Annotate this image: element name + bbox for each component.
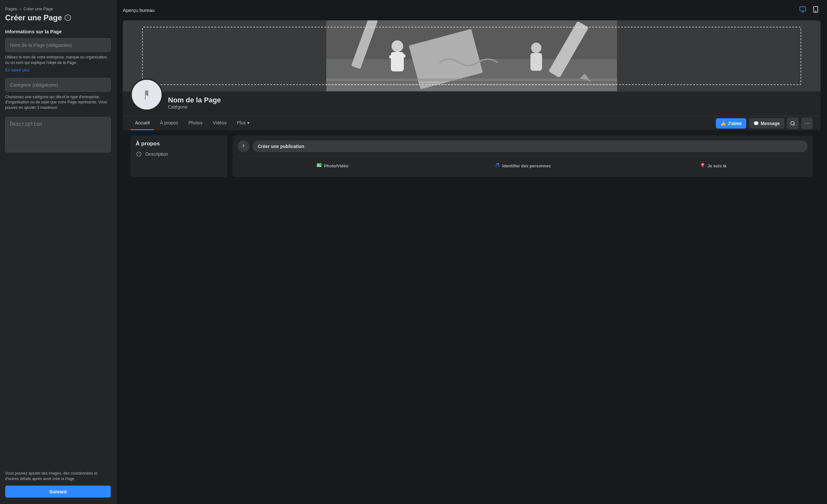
- message-button[interactable]: 💬 Message: [749, 118, 784, 129]
- fb-nav-links: Accueil À propos Photos Vidéos Plus ▾: [131, 116, 254, 130]
- tag-people-label: Identifier des personnes: [502, 163, 551, 168]
- category-hint-text: Choisissez une catégorie qui décrit le t…: [5, 94, 111, 110]
- check-in-button[interactable]: Je suis là: [619, 160, 808, 172]
- description-textarea[interactable]: [5, 117, 111, 152]
- check-in-icon: [700, 162, 706, 169]
- svg-rect-17: [326, 88, 617, 90]
- svg-point-27: [496, 163, 497, 165]
- right-panel: Aperçu bureau: [116, 0, 827, 504]
- fb-nav-actions: 👍 J'aime 💬 Message ···: [716, 117, 813, 129]
- svg-point-26: [318, 164, 319, 165]
- profile-category: Catégorie: [168, 104, 221, 109]
- about-info-icon: [136, 151, 142, 157]
- profile-info: Nom de la Page Catégorie: [168, 96, 221, 111]
- photo-video-button[interactable]: Photo/Vidéo: [238, 160, 427, 172]
- post-card: Créer une publication Photo/Vidéo Identi…: [233, 135, 813, 177]
- section-title: Informations sur la Page: [5, 29, 111, 34]
- fb-content: À propos Description Créer une publicati…: [123, 130, 821, 182]
- breadcrumb: Pages › Créer une Page: [5, 6, 111, 11]
- profile-area: Nom de la Page Catégorie: [123, 91, 821, 116]
- svg-rect-0: [800, 7, 806, 11]
- like-icon: 👍: [720, 121, 726, 126]
- bottom-hint: Vous pouvez ajouter des images, des coor…: [5, 465, 111, 482]
- about-description-label: Description: [145, 152, 168, 157]
- about-card: À propos Description: [131, 135, 228, 177]
- desktop-view-button[interactable]: [798, 4, 808, 16]
- page-title: Créer une Page: [5, 13, 62, 22]
- svg-rect-19: [144, 98, 146, 99]
- photo-video-label: Photo/Vidéo: [324, 163, 349, 168]
- more-chevron-icon: ▾: [247, 120, 249, 125]
- name-hint-block: Utilisez le nom de votre entreprise, mar…: [5, 55, 111, 73]
- profile-avatar-wrap: [131, 79, 163, 111]
- photo-video-icon: [316, 162, 322, 169]
- name-hint-text: Utilisez le nom de votre entreprise, mar…: [5, 55, 111, 65]
- post-actions-row: Photo/Vidéo Identifier des personnes Je …: [238, 156, 808, 172]
- like-button[interactable]: 👍 J'aime: [716, 118, 746, 129]
- post-avatar: [238, 141, 249, 152]
- nav-link-videos[interactable]: Vidéos: [208, 116, 231, 130]
- fb-nav: Accueil À propos Photos Vidéos Plus ▾ 👍 …: [123, 116, 821, 130]
- svg-point-28: [497, 163, 499, 165]
- more-options-button[interactable]: ···: [801, 117, 813, 129]
- category-input[interactable]: [5, 78, 111, 92]
- nav-link-accueil[interactable]: Accueil: [131, 116, 154, 130]
- preview-icons: [798, 4, 821, 16]
- left-panel: Pages › Créer une Page Créer une Page i …: [0, 0, 116, 504]
- tag-people-icon: [495, 162, 500, 169]
- svg-point-2: [815, 11, 816, 12]
- cover-area: [123, 20, 821, 91]
- category-hint-block: Choisissez une catégorie qui décrit le t…: [5, 94, 111, 112]
- search-button[interactable]: [787, 117, 798, 129]
- nav-link-apropos[interactable]: À propos: [155, 116, 183, 130]
- breadcrumb-parent[interactable]: Pages: [5, 6, 17, 11]
- about-section-title: À propos: [136, 141, 222, 147]
- info-icon[interactable]: i: [64, 14, 71, 21]
- name-learn-more-link[interactable]: En savoir plus: [5, 68, 30, 72]
- message-icon: 💬: [753, 121, 759, 126]
- next-button[interactable]: Suivant: [5, 486, 111, 498]
- profile-avatar: [131, 79, 163, 111]
- svg-point-20: [791, 121, 794, 125]
- create-publication-button[interactable]: Créer une publication: [253, 141, 808, 152]
- post-create-row: Créer une publication: [238, 141, 808, 152]
- breadcrumb-separator: ›: [20, 6, 21, 11]
- mobile-view-button[interactable]: [811, 4, 821, 16]
- cover-dashed-overlay: [142, 27, 801, 85]
- preview-header: Aperçu bureau: [116, 0, 827, 20]
- nav-link-photos[interactable]: Photos: [184, 116, 207, 130]
- like-label: J'aime: [728, 121, 742, 126]
- page-title-row: Créer une Page i: [5, 13, 111, 22]
- svg-point-29: [702, 164, 703, 165]
- message-label: Message: [761, 121, 780, 126]
- nav-link-more[interactable]: Plus ▾: [232, 116, 254, 130]
- breadcrumb-current: Créer une Page: [23, 6, 53, 11]
- profile-name: Nom de la Page: [168, 96, 221, 104]
- about-description-item: Description: [136, 151, 222, 157]
- check-in-label: Je suis là: [708, 163, 727, 168]
- page-name-input[interactable]: [5, 38, 111, 52]
- fb-page-preview: Nom de la Page Catégorie Accueil À propo…: [123, 20, 821, 182]
- tag-people-button[interactable]: Identifier des personnes: [428, 160, 617, 172]
- preview-title: Aperçu bureau: [123, 7, 154, 13]
